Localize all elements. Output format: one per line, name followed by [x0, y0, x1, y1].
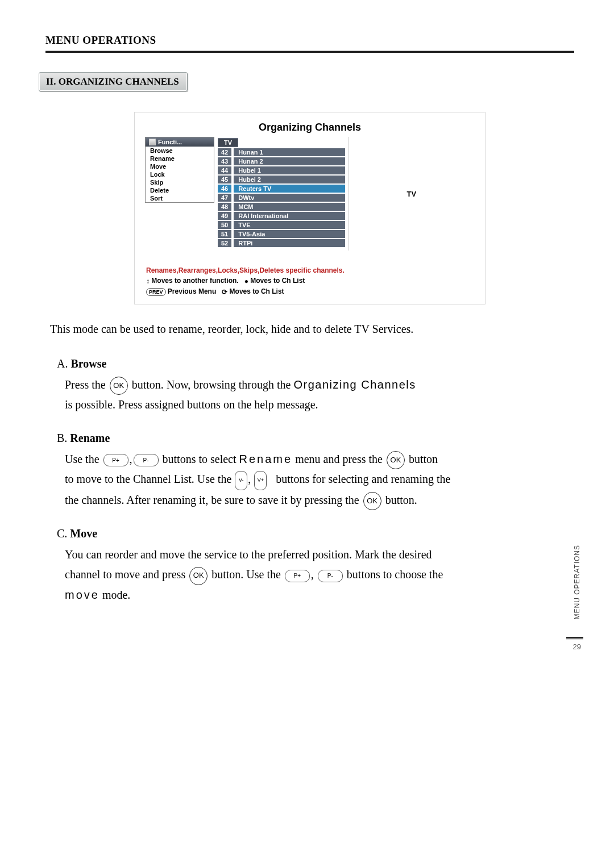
- subsection-head: B. Rename: [57, 432, 574, 445]
- v-plus-button-icon: V+: [254, 471, 267, 490]
- ok-button-icon: OK: [189, 567, 208, 585]
- osd-term: Rename: [239, 453, 293, 465]
- osd-channel-row: 52RTPi: [218, 239, 345, 247]
- osd-channel-row: 43Hunan 2: [218, 157, 345, 165]
- side-rule: [566, 637, 583, 640]
- osd-function-item: Skip: [146, 178, 214, 186]
- subsection-head: C. Move: [57, 527, 574, 540]
- subsection-rename: B. Rename Use the P+,P- buttons to selec…: [57, 432, 574, 510]
- osd-channel-panel: TV 42Hunan 143Hunan 244Hubei 145Hubei 24…: [218, 137, 345, 247]
- osd-channel-name: RTPi: [234, 239, 345, 247]
- osd-channel-number: 49: [218, 212, 231, 220]
- subsection-browse: A. Browse Press the OK button. Now, brow…: [57, 357, 574, 415]
- osd-channel-name: Hunan 1: [234, 148, 345, 156]
- osd-channel-name: Hubei 1: [234, 166, 345, 174]
- subsection-body: Use the P+,P- buttons to select Rename m…: [65, 449, 508, 510]
- side-tab: MENU OPERATIONS: [572, 540, 582, 624]
- osd-channel-number: 51: [218, 230, 231, 238]
- osd-channel-name: Reuters TV: [234, 185, 345, 193]
- osd-channel-row: 46Reuters TV: [218, 185, 345, 193]
- osd-help: Renames,Rearranges,Locks,Skips,Deletes s…: [145, 265, 475, 297]
- osd-help-line3: PREV Previous Menu ⟳ Moves to Ch List: [146, 286, 474, 297]
- osd-channel-name: MCM: [234, 203, 345, 211]
- osd-title: Organizing Channels: [145, 122, 475, 133]
- osd-channel-row: 47DWtv: [218, 194, 345, 202]
- osd-channel-row: 49RAI International: [218, 212, 345, 220]
- osd-channel-name: TV5-Asia: [234, 230, 345, 238]
- osd-function-panel: Functi... BrowseRenameMoveLockSkipDelete…: [145, 137, 214, 203]
- osd-function-item: Browse: [146, 147, 214, 155]
- subsection-body: Press the OK button. Now, browsing throu…: [65, 375, 508, 415]
- osd-channel-name: Hubei 2: [234, 176, 345, 183]
- osd-function-item: Lock: [146, 170, 214, 178]
- osd-channel-name: Hunan 2: [234, 157, 345, 165]
- p-minus-button-icon: P-: [134, 454, 159, 466]
- ok-button-icon: OK: [110, 377, 128, 395]
- osd-channel-number: 48: [218, 203, 231, 211]
- section-header: MENU OPERATIONS: [45, 34, 574, 50]
- osd-help-line2: ↕ Moves to another function. ● Moves to …: [146, 276, 474, 286]
- osd-channel-name: DWtv: [234, 194, 345, 202]
- intro-text: This mode can be used to rename, reorder…: [50, 320, 574, 338]
- osd-function-header: Functi...: [146, 137, 214, 147]
- header-rule: [45, 50, 574, 53]
- osd-function-header-text: Functi...: [158, 139, 182, 145]
- osd-preview: TV: [348, 137, 475, 251]
- osd-function-item: Delete: [146, 186, 214, 194]
- osd-channel-row: 45Hubei 2: [218, 176, 345, 183]
- p-plus-button-icon: P+: [103, 454, 128, 466]
- osd-function-item: Move: [146, 162, 214, 170]
- p-plus-button-icon: P+: [285, 570, 310, 582]
- circle-arrows-icon: ⟳: [222, 287, 227, 297]
- prev-key-icon: PREV: [146, 288, 166, 296]
- p-minus-button-icon: P-: [318, 570, 343, 582]
- ok-button-icon: OK: [387, 451, 405, 469]
- osd-body: Functi... BrowseRenameMoveLockSkipDelete…: [145, 137, 475, 251]
- osd-help-desc: Renames,Rearranges,Locks,Skips,Deletes s…: [146, 265, 474, 276]
- osd-channel-number: 50: [218, 221, 231, 229]
- osd-screenshot: Organizing Channels Functi... BrowseRena…: [134, 112, 486, 304]
- v-minus-button-icon: V-: [235, 471, 247, 490]
- osd-channel-row: 50TVE: [218, 221, 345, 229]
- panel-icon: [149, 139, 156, 145]
- osd-tab-tv: TV: [218, 138, 238, 147]
- osd-channel-name: RAI International: [234, 212, 345, 220]
- osd-channel-row: 48MCM: [218, 203, 345, 211]
- osd-channel-number: 44: [218, 166, 231, 174]
- osd-term: move: [65, 589, 99, 601]
- subsection-head: A. Browse: [57, 357, 574, 370]
- osd-channel-number: 52: [218, 239, 231, 247]
- osd-channel-number: 46: [218, 185, 231, 193]
- osd-channel-name: TVE: [234, 221, 345, 229]
- manual-page: MENU OPERATIONS II. ORGANIZING CHANNELS …: [0, 0, 614, 868]
- osd-channel-number: 47: [218, 194, 231, 202]
- ok-button-icon: OK: [363, 492, 381, 510]
- osd-preview-label: TV: [406, 190, 416, 198]
- section-badge: II. ORGANIZING CHANNELS: [39, 72, 188, 91]
- osd-function-item: Rename: [146, 155, 214, 162]
- osd-channel-row: 42Hunan 1: [218, 148, 345, 156]
- osd-function-item: Sort: [146, 194, 214, 202]
- osd-channel-row: 44Hubei 1: [218, 166, 345, 174]
- subsection-body: You can reorder and move the service to …: [65, 545, 508, 604]
- osd-term: Organizing Channels: [293, 378, 416, 391]
- osd-channel-number: 43: [218, 157, 231, 165]
- subsection-move: C. Move You can reorder and move the ser…: [57, 527, 574, 604]
- osd-channel-number: 45: [218, 176, 231, 183]
- dot-icon: ●: [244, 276, 248, 286]
- page-number: 29: [573, 642, 581, 651]
- arrows-up-down-icon: ↕: [146, 276, 150, 286]
- osd-channel-number: 42: [218, 148, 231, 156]
- osd-channel-row: 51TV5-Asia: [218, 230, 345, 238]
